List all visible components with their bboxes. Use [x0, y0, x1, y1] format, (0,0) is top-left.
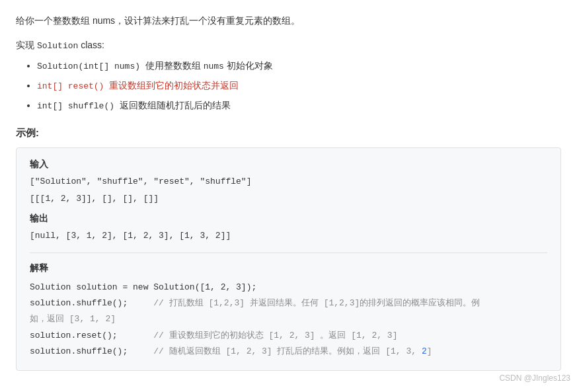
bullet-item-3: int[] shuffle() 返回数组随机打乱后的结果 [37, 98, 561, 114]
input-line-1: ["Solution", "shuffle", "reset", "shuffl… [30, 175, 547, 189]
bullet-list: Solution(int[] nums) 使用整数数组 nums 初始化对象 i… [16, 58, 561, 114]
input-line-2: [[[1, 2, 3]], [], [], []] [30, 192, 547, 206]
input-label: 输入 [30, 159, 547, 171]
watermark: CSDN @JIngles123 [499, 373, 570, 383]
exp-line-2b: 如，返回 [3, 1, 2] [30, 311, 547, 327]
exp-line-3: solution.reset(); // 重设数组到它的初始状态 [1, 2, … [30, 328, 547, 344]
comment-3: // 随机返回数组 [1, 2, 3] 打乱后的结果。例如，返回 [1, 3, … [153, 346, 432, 356]
exp-line-4: solution.shuffle(); // 随机返回数组 [1, 2, 3] … [30, 344, 547, 360]
comment-1: // 打乱数组 [1,2,3] 并返回结果。任何 [1,2,3]的排列返回的概率… [153, 298, 480, 308]
bullet-code-reset: int[] reset() [37, 81, 104, 91]
comment-1b: 如，返回 [3, 1, 2] [30, 314, 116, 324]
output-line-1: [null, [3, 1, 2], [1, 2, 3], [1, 3, 2]] [30, 229, 547, 243]
example-title: 示例: [16, 127, 561, 139]
exp-line-2: solution.shuffle(); // 打乱数组 [1,2,3] 并返回结… [30, 295, 547, 311]
bullet-item-2: int[] reset() 重设数组到它的初始状态并返回 [37, 78, 561, 94]
output-label: 输出 [30, 213, 547, 225]
explanation-code: Solution solution = new Solution([1, 2, … [30, 280, 547, 359]
comment-2: // 重设数组到它的初始状态 [1, 2, 3] 。返回 [1, 2, 3] [153, 331, 397, 340]
bullet-item-1: Solution(int[] nums) 使用整数数组 nums 初始化对象 [37, 58, 561, 74]
intro-text: 给你一个整数数组 nums，设计算法来打乱一个没有重复元素的数组。 [16, 13, 561, 29]
explanation-label: 解释 [30, 262, 547, 274]
explanation-section: 解释 Solution solution = new Solution([1, … [30, 262, 547, 359]
divider [30, 253, 547, 253]
example-box: 输入 ["Solution", "shuffle", "reset", "shu… [16, 147, 561, 371]
exp-line-1: Solution solution = new Solution([1, 2, … [30, 280, 547, 295]
implement-label: 实现 Solution class: [16, 40, 561, 52]
